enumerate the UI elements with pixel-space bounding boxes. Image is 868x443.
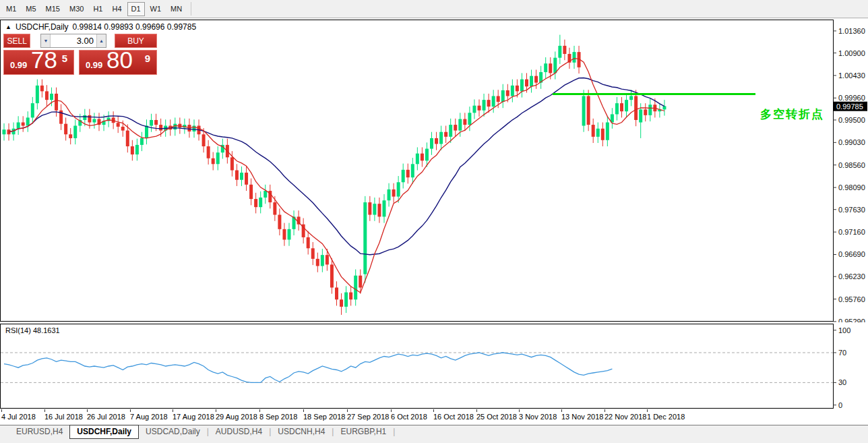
candle-body: [92, 119, 96, 123]
candle-body: [145, 125, 148, 138]
chart-tab-usdcnh[interactable]: USDCNH,H4: [271, 425, 332, 439]
sell-button[interactable]: SELL: [3, 34, 30, 48]
volume-decrease-icon[interactable]: ▼: [41, 34, 51, 47]
price-axis-label: 0.97160: [838, 228, 865, 236]
buy-price-button[interactable]: 0.99 80 9: [79, 50, 157, 75]
chart-tab-eurusd[interactable]: EURUSD,H4: [9, 425, 69, 439]
candle-body: [454, 125, 457, 131]
date-axis-label: 8 Sep 2018: [259, 413, 297, 421]
candle-body: [639, 109, 642, 122]
candle-body: [344, 293, 348, 307]
timeframe-button-m5[interactable]: M5: [22, 2, 40, 16]
timeframe-button-m15[interactable]: M15: [42, 2, 64, 16]
chart-tab-eurgbp[interactable]: EURGBP,H1: [334, 425, 393, 439]
sell-price-button[interactable]: 0.99 78 5: [3, 50, 74, 75]
chart-title: ▲ USDCHF,Daily 0.99814 0.99893 0.99696 0…: [5, 22, 196, 32]
date-axis-label: 25 Oct 2018: [476, 413, 517, 421]
candle-body: [506, 90, 509, 96]
timeframe-button-h4[interactable]: H4: [108, 2, 125, 16]
candle-body: [368, 202, 371, 214]
candle-body: [430, 138, 433, 149]
candle-body: [411, 164, 414, 177]
candle-body: [363, 202, 367, 274]
chart-tab-usdcad[interactable]: USDCAD,Daily: [139, 425, 207, 439]
rsi-axis-label: 0: [838, 401, 842, 409]
candle-body: [492, 96, 495, 107]
candle-body: [349, 293, 352, 300]
timeframe-toolbar: M1M5M15M30H1H4D1W1MN: [0, 0, 868, 18]
candle-body: [373, 204, 376, 214]
chart-tab-usdchf[interactable]: USDCHF,Daily: [69, 425, 139, 439]
candle-body: [40, 86, 44, 92]
timeframe-button-h1[interactable]: H1: [89, 2, 106, 16]
candle-body: [282, 229, 286, 240]
candle-body: [534, 76, 538, 83]
candle-body: [629, 96, 633, 100]
candle-body: [150, 120, 153, 126]
candle-body: [273, 202, 276, 214]
candle-body: [406, 170, 410, 177]
candle-body: [425, 149, 429, 161]
candle-body: [254, 199, 257, 207]
timeframe-button-mn[interactable]: MN: [166, 2, 186, 16]
candle-body: [596, 129, 600, 137]
date-axis-tick: [347, 409, 348, 412]
chart-tab-audusd[interactable]: AUDUSD,H4: [209, 425, 269, 439]
candle-body: [330, 264, 334, 287]
date-axis-label: 4 Jul 2018: [1, 413, 36, 421]
candle-body: [544, 63, 547, 72]
bull-bear-turning-point-annotation: 多空转折点: [760, 107, 824, 122]
volume-increase-icon[interactable]: ▲: [96, 34, 106, 47]
candle-body: [592, 125, 595, 137]
candle-body: [421, 154, 424, 161]
candle-body: [397, 182, 400, 196]
date-axis-tick: [259, 409, 260, 412]
candle-body: [212, 158, 215, 165]
date-axis-label: 16 Oct 2018: [433, 413, 474, 421]
buy-price-prefix: 0.99: [86, 60, 102, 70]
candle-body: [530, 76, 533, 87]
candle-body: [516, 86, 519, 92]
buy-button[interactable]: BUY: [115, 34, 157, 48]
rsi-indicator-panel[interactable]: 10070300 RSI(14) 48.1631: [0, 322, 868, 409]
candle-body: [359, 276, 362, 288]
price-axis-label: 0.95760: [838, 295, 865, 303]
volume-stepper: ▼ 3.00 ▲: [40, 34, 106, 48]
date-axis-label: 1 Dec 2018: [647, 413, 685, 421]
candle-body: [326, 255, 329, 264]
price-axis-label: 0.95290: [838, 318, 865, 322]
timeframe-button-w1[interactable]: W1: [146, 2, 166, 16]
candle-body: [316, 259, 319, 266]
candle-body: [439, 132, 443, 144]
candle-body: [335, 287, 338, 299]
candle-body: [558, 46, 561, 58]
buy-price-big: 80: [106, 47, 133, 73]
candle-body: [31, 103, 34, 117]
candle-body: [311, 248, 315, 259]
date-axis-label: 29 Aug 2018: [216, 413, 257, 421]
candle-body: [73, 125, 77, 138]
candle-body: [121, 127, 125, 131]
candle-body: [553, 58, 557, 73]
candle-body: [50, 94, 53, 100]
candle-body: [117, 123, 120, 127]
candle-body: [288, 229, 291, 240]
timeframe-button-d1[interactable]: D1: [127, 2, 145, 16]
candle-body: [45, 91, 49, 100]
date-axis-label: 26 Jul 2018: [87, 413, 125, 421]
candle-body: [140, 138, 144, 145]
price-axis-label: 0.98090: [838, 183, 865, 191]
main-chart-panel[interactable]: 1.013601.009001.004300.999600.995000.990…: [0, 19, 868, 322]
chart-symbol-period: USDCHF,Daily: [16, 22, 69, 32]
candle-body: [154, 120, 158, 125]
collapse-panel-icon[interactable]: ▲: [5, 24, 11, 30]
candle-body: [17, 123, 20, 129]
candle-body: [159, 125, 162, 131]
candle-body: [55, 94, 58, 111]
sell-price-big: 78: [31, 47, 57, 73]
date-axis-label: 3 Nov 2018: [519, 413, 557, 421]
timeframe-button-m30[interactable]: M30: [65, 2, 88, 16]
timeframe-button-m1[interactable]: M1: [2, 2, 20, 16]
toolbar-separator: [191, 2, 191, 16]
volume-input[interactable]: 3.00: [51, 34, 96, 47]
